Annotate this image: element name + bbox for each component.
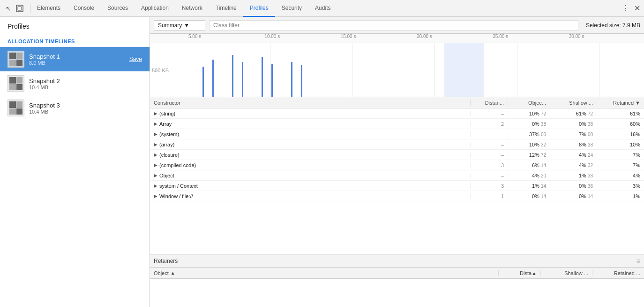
profile-name-3: Snapshot 3 <box>29 102 142 109</box>
topbar-right: ⋮ ✕ <box>618 4 640 13</box>
tick-25s: 25.00 s <box>492 34 568 39</box>
tab-application[interactable]: Application <box>135 0 175 17</box>
row-constructor: ▶(string) <box>150 111 471 116</box>
profile-item-1[interactable]: Snapshot 1 8.0 MB Save <box>0 47 150 71</box>
row-objects: 12% 72 <box>508 152 550 158</box>
row-distance: 1 <box>471 193 508 199</box>
more-icon[interactable]: ⋮ <box>622 4 629 13</box>
expand-icon: ▶ <box>154 193 157 199</box>
tab-security[interactable]: Security <box>275 0 308 17</box>
col-header-shallow[interactable]: Shallow ... <box>550 100 597 106</box>
tick-10s: 10.00 s <box>263 34 339 39</box>
svg-rect-1 <box>18 7 22 10</box>
row-distance: – <box>471 173 508 178</box>
col-header-constructor[interactable]: Constructor <box>150 100 471 106</box>
row-retained: 7% <box>597 162 644 168</box>
ret-col-header-retained[interactable]: Retained ... <box>592 270 644 276</box>
ret-col-header-shallow[interactable]: Shallow ... <box>541 270 592 276</box>
tab-elements[interactable]: Elements <box>30 0 67 17</box>
close-icon[interactable]: ✕ <box>634 4 640 13</box>
expand-icon: ▶ <box>154 121 157 126</box>
tick-20s: 20.00 s <box>416 34 492 39</box>
table-row[interactable]: ▶(string) – 10% 72 61% 72 61% <box>150 108 644 119</box>
tab-console[interactable]: Console <box>67 0 101 17</box>
row-distance: 3 <box>471 162 508 168</box>
table-row[interactable]: ▶Array 2 0% 38 0% 38 60% <box>150 119 644 129</box>
table-row[interactable]: ▶(closure) – 12% 72 4% 24 7% <box>150 150 644 160</box>
profile-save-button[interactable]: Save <box>129 56 142 62</box>
retainers-body <box>150 279 644 307</box>
ret-col-header-object[interactable]: Object ▲ <box>150 270 499 276</box>
sidebar-header: Profiles <box>0 17 150 33</box>
row-shallow: 0% 14 <box>550 193 597 199</box>
profile-item-2[interactable]: Snapshot 2 10.4 MB <box>0 71 150 96</box>
expand-icon: ▶ <box>154 131 157 137</box>
summary-label: Summary <box>158 22 182 29</box>
row-distance: 3 <box>471 183 508 189</box>
profile-icon-3 <box>7 100 24 116</box>
retainers-title: Retainers <box>154 258 637 264</box>
ret-col-header-distance[interactable]: Dista▲ <box>499 270 541 276</box>
class-filter-input[interactable] <box>209 20 578 31</box>
row-shallow: 7% 00 <box>550 131 597 137</box>
row-shallow: 4% 24 <box>550 152 597 158</box>
tab-profiles[interactable]: Profiles <box>243 0 275 17</box>
inspect-icon[interactable] <box>15 4 24 13</box>
col-header-distance[interactable]: Distan... <box>471 100 508 106</box>
profile-info-3: Snapshot 3 10.4 MB <box>29 102 142 115</box>
ret-object-label: Object <box>154 270 169 276</box>
grid-line-4 <box>517 43 517 97</box>
expand-icon: ▶ <box>154 142 157 147</box>
timeline-bar-8 <box>301 65 302 97</box>
tab-audits[interactable]: Audits <box>308 0 337 17</box>
tab-sources[interactable]: Sources <box>101 0 135 17</box>
timeline-bar-3 <box>232 55 233 97</box>
allocation-timelines-label: ALLOCATION TIMELINES <box>0 33 150 47</box>
table-row[interactable]: ▶(system) – 37% 00 7% 00 16% <box>150 129 644 139</box>
row-retained: 7% <box>597 152 644 158</box>
tick-30s: 30.00 s <box>568 34 644 39</box>
tab-network[interactable]: Network <box>175 0 209 17</box>
row-distance: – <box>471 152 508 158</box>
timeline-bar-4 <box>242 62 243 97</box>
col-header-objects[interactable]: Objec... <box>508 100 550 106</box>
expand-icon: ▶ <box>154 111 157 116</box>
row-shallow: 0% 36 <box>550 183 597 189</box>
profile-item-3[interactable]: Snapshot 3 10.4 MB <box>0 96 150 120</box>
table-row[interactable]: ▶(compiled code) 3 6% 14 4% 32 7% <box>150 160 644 170</box>
row-constructor: ▶system / Context <box>150 183 471 189</box>
row-distance: – <box>471 111 508 116</box>
expand-icon: ▶ <box>154 173 157 178</box>
timeline-bar-2 <box>212 60 214 97</box>
expand-icon: ▶ <box>154 162 157 168</box>
row-objects: 0% 38 <box>508 121 550 127</box>
profile-name-2: Snapshot 2 <box>29 77 142 84</box>
row-shallow: 4% 32 <box>550 162 597 168</box>
table-row[interactable]: ▶Object – 4% 20 1% 38 4% <box>150 170 644 181</box>
row-objects: 6% 14 <box>508 162 550 168</box>
tab-timeline[interactable]: Timeline <box>209 0 243 17</box>
row-constructor: ▶(compiled code) <box>150 162 471 168</box>
grid-line-5 <box>599 43 599 97</box>
tick-5s: 5.00 s <box>187 34 263 39</box>
table-row[interactable]: ▶Window / file:// 1 0% 14 0% 14 1% <box>150 191 644 201</box>
col-header-retained[interactable]: Retained ▼ <box>597 100 644 106</box>
retainers-header: Retainers ≡ <box>150 254 644 268</box>
row-constructor: ▶Window / file:// <box>150 193 471 199</box>
row-constructor: ▶Array <box>150 121 471 127</box>
row-shallow: 8% 38 <box>550 142 597 147</box>
timeline-bar-1 <box>202 67 204 97</box>
table-row[interactable]: ▶(array) – 10% 32 8% 38 10% <box>150 139 644 150</box>
timeline-graph[interactable]: 500 KB <box>150 43 644 97</box>
row-objects: 10% 32 <box>508 142 550 147</box>
row-distance: – <box>471 131 508 137</box>
table-row[interactable]: ▶system / Context 3 1% 14 0% 36 3% <box>150 181 644 191</box>
timeline-ruler: 5.00 s 10.00 s 15.00 s 20.00 s 25.00 s 3… <box>150 34 644 43</box>
main-layout: Profiles ALLOCATION TIMELINES Snapshot 1… <box>0 17 644 307</box>
summary-dropdown[interactable]: Summary ▼ <box>154 20 205 31</box>
retainers-menu-icon[interactable]: ≡ <box>637 257 640 265</box>
table-section: Constructor Distan... Objec... Shallow .… <box>150 97 644 254</box>
ret-sort-icon: ▲ <box>171 270 175 276</box>
cursor-icon[interactable]: ↖ <box>4 4 13 13</box>
nav-tabs: Elements Console Sources Application Net… <box>30 0 618 17</box>
